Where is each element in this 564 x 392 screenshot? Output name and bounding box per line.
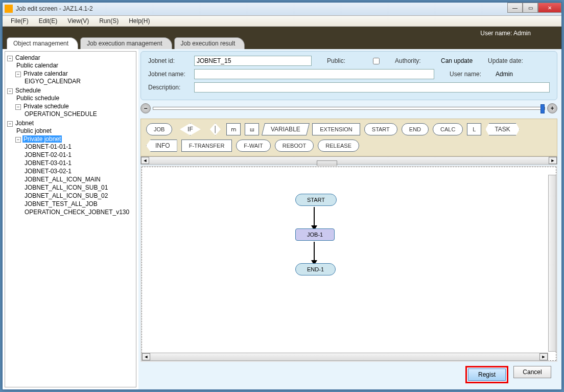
tree-toggle[interactable]: − [7, 56, 13, 61]
scroll-left-icon[interactable]: ◄ [141, 157, 149, 164]
tree-operation-schedule[interactable]: OPERATION_SCHEDULE [24, 110, 98, 118]
palette-release[interactable]: RELEASE [318, 140, 359, 152]
palette-start[interactable]: START [364, 123, 397, 135]
minimize-button[interactable]: — [507, 3, 523, 13]
tree-private-calendar[interactable]: Private calendar [22, 70, 69, 77]
authority-label: Authority: [395, 57, 436, 64]
icon-palette: JOB IF │ ⅿ ш VARIABLE EXTENSION START EN… [140, 119, 557, 156]
tree-jobnet-item[interactable]: JOBNET-03-02-1 [24, 168, 73, 175]
palette-scrollbar[interactable]: ◄ ► [140, 156, 557, 165]
flow-start-node[interactable]: START [295, 194, 337, 206]
slider-track[interactable] [153, 107, 545, 110]
tree-toggle[interactable]: − [15, 137, 21, 143]
canvas-vscroll[interactable] [548, 175, 556, 352]
tree-jobnet-item[interactable]: JOBNET_TEST_ALL_JOB [24, 200, 99, 207]
flow-canvas[interactable]: START JOB-1 END-1 [142, 167, 556, 361]
menu-run[interactable]: Run(S) [94, 16, 124, 26]
zoom-in-icon[interactable]: + [547, 103, 557, 113]
tree-toggle[interactable]: − [15, 104, 21, 110]
tree-private-jobnet[interactable]: Private jobnet [22, 135, 62, 143]
slider-thumb[interactable] [540, 104, 545, 113]
tree-private-schedule[interactable]: Private schedule [22, 103, 70, 110]
main-panel: Jobnet id: Public: Authority: Can update… [138, 49, 561, 389]
palette-ftransfer[interactable]: F-TRANSFER [181, 140, 232, 152]
window-title: Job edit screen - JAZ1.4.1-2 [16, 5, 93, 12]
close-button[interactable]: ✕ [538, 3, 561, 13]
update-date-label: Update date: [488, 57, 529, 64]
tree-jobnet-item[interactable]: JOBNET-02-01-1 [24, 151, 73, 158]
palette-w-icon[interactable]: ш [245, 123, 259, 135]
app-icon [5, 5, 13, 13]
palette-task[interactable]: TASK [485, 123, 519, 135]
menu-file[interactable]: File(F) [6, 16, 34, 26]
description-label: Description: [148, 84, 189, 91]
scroll-right-icon[interactable]: ► [549, 157, 557, 164]
palette-variable[interactable]: VARIABLE [262, 123, 310, 135]
cancel-button[interactable]: Cancel [513, 366, 551, 378]
tree-schedule[interactable]: Schedule [14, 87, 42, 94]
user-name-value: Admin [496, 71, 513, 78]
tree-jobnet-item[interactable]: JOBNET_ALL_ICON_MAIN [24, 176, 102, 183]
menu-view[interactable]: View(V) [62, 16, 94, 26]
banner-user-value: Admin [513, 30, 531, 37]
tab-job-execution-management[interactable]: Job execution management [80, 37, 172, 49]
palette-end[interactable]: END [402, 123, 429, 135]
tree-toggle[interactable]: − [7, 121, 13, 127]
titlebar: Job edit screen - JAZ1.4.1-2 — ▭ ✕ [3, 3, 561, 16]
description-input[interactable] [194, 82, 550, 93]
regist-highlight: Regist [465, 366, 508, 383]
tree-public-schedule[interactable]: Public schedule [15, 95, 60, 102]
tree-jobnet[interactable]: Jobnet [14, 120, 35, 127]
palette-vline-icon[interactable]: │ [208, 123, 222, 135]
scroll-right-icon[interactable]: ► [539, 353, 548, 360]
tree-eigyo-calendar[interactable]: EIGYO_CALENDAR [24, 78, 82, 85]
flow-job-node[interactable]: JOB-1 [295, 228, 335, 241]
palette-extension[interactable]: EXTENSION [312, 123, 360, 135]
public-label: Public: [327, 57, 368, 64]
palette-reboot[interactable]: REBOOT [275, 140, 314, 152]
palette-fwait[interactable]: F-WAIT [236, 140, 270, 152]
flow-end-node[interactable]: END-1 [295, 263, 336, 275]
flow-arrow [314, 242, 315, 262]
menu-edit[interactable]: Edit(E) [34, 16, 63, 26]
tree-calendar[interactable]: Calendar [14, 54, 41, 61]
zoom-slider[interactable]: − + [140, 103, 557, 113]
menubar: File(F) Edit(E) View(V) Run(S) Help(H) [3, 16, 561, 27]
palette-calc[interactable]: CALC [433, 123, 463, 135]
tree-toggle[interactable]: − [7, 88, 13, 94]
jobnet-id-label: Jobnet id: [148, 57, 189, 64]
tree-jobnet-item[interactable]: OPERATION_CHECK_JOBNET_v130 [24, 209, 130, 216]
app-window: Job edit screen - JAZ1.4.1-2 — ▭ ✕ File(… [2, 2, 562, 390]
jobnet-name-input[interactable] [194, 69, 434, 79]
tree-jobnet-item[interactable]: JOBNET_ALL_ICON_SUB_02 [24, 192, 109, 199]
authority-value: Can update [441, 57, 473, 64]
canvas-hscroll[interactable]: ◄► [142, 353, 548, 361]
zoom-out-icon[interactable]: − [140, 103, 151, 113]
regist-button[interactable]: Regist [468, 368, 506, 381]
tab-object-management[interactable]: Object management [7, 37, 78, 49]
tree-jobnet-item[interactable]: JOBNET-03-01-1 [24, 159, 73, 167]
tab-job-execution-result[interactable]: Job execution result [174, 37, 245, 49]
jobnet-id-input[interactable] [194, 56, 312, 66]
palette-info[interactable]: INFO [146, 140, 177, 152]
palette-if[interactable]: IF [176, 123, 204, 135]
tree-public-calendar[interactable]: Public calendar [15, 62, 59, 69]
user-name-label: User name: [450, 71, 490, 78]
tree-jobnet-item[interactable]: JOBNET-01-01-1 [24, 143, 73, 150]
flow-arrow [314, 207, 315, 227]
canvas-container: START JOB-1 END-1 ◄► [140, 166, 557, 362]
scroll-left-icon[interactable]: ◄ [142, 353, 150, 360]
menu-help[interactable]: Help(H) [124, 16, 155, 26]
palette-l-icon[interactable]: L [467, 123, 481, 135]
public-checkbox[interactable] [373, 58, 380, 64]
banner: User name: Admin Object management Job e… [3, 27, 561, 49]
object-tree[interactable]: −Calendar Public calendar −Private calen… [5, 51, 136, 387]
maximize-button[interactable]: ▭ [523, 3, 538, 13]
palette-job[interactable]: JOB [146, 123, 172, 135]
tabbar: Object management Job execution manageme… [7, 37, 247, 49]
tree-public-jobnet[interactable]: Public jobnet [15, 127, 53, 134]
tree-toggle[interactable]: − [15, 72, 21, 77]
tree-jobnet-item[interactable]: JOBNET_ALL_ICON_SUB_01 [24, 184, 109, 191]
palette-m-icon[interactable]: ⅿ [226, 123, 241, 135]
footer-buttons: Regist Cancel [140, 362, 557, 387]
